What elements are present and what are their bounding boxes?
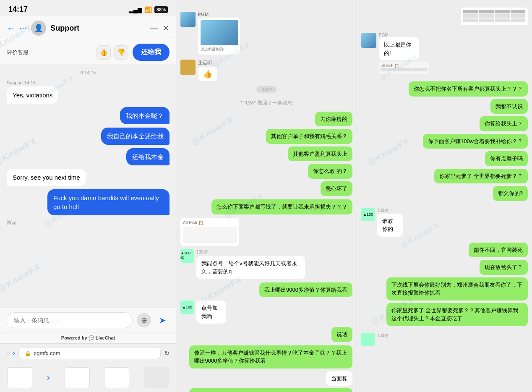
msg-text: 我自己的本金还给我 xyxy=(107,133,164,140)
pgm-image-msg: PGM 以上都是你的! xyxy=(180,12,352,55)
right-msgs-2: 我上哪出9000多净值？你算给我看 xyxy=(180,282,352,298)
msg-bubble-green: 说话 xyxy=(331,327,352,342)
cell xyxy=(412,68,428,71)
msg-row: Sorry, see you next time xyxy=(7,169,170,186)
url-bar[interactable]: 🔒 pgmfx.com xyxy=(18,347,161,359)
cell xyxy=(463,14,478,18)
minimize-button[interactable]: — xyxy=(150,24,158,33)
pgm-msg-right: 以上都是你的! xyxy=(379,37,419,60)
avatar-100-r: ▲100 xyxy=(361,208,375,221)
cell xyxy=(511,14,526,18)
rating-bar: 评价客服 👍 👎 还给我 xyxy=(0,40,176,64)
msg-bubble-green: 我上哪出9000多净值？你算给我看 xyxy=(259,282,352,298)
lock-icon: 🔒 xyxy=(25,350,31,356)
close-button[interactable]: ✕ xyxy=(162,23,170,33)
status-bar: 14:17 ▂▄▆ 📶 88% xyxy=(0,0,176,16)
user100-name-r: 100磅 xyxy=(377,208,409,214)
msg-row: 我的本金呢？ xyxy=(7,107,170,124)
thumbs-up-msg: 👍 xyxy=(198,67,217,81)
status-time: 14:17 xyxy=(8,5,28,14)
right-msgs-3: 说话 xyxy=(180,327,352,342)
table-mini xyxy=(381,68,428,71)
table-row-mini xyxy=(463,18,525,22)
msg-100-row: ▲100磅 100磅 我能点号，给个v号就能凤好几天或者永久，需要的q xyxy=(180,249,352,279)
attach-button[interactable]: ⊕ xyxy=(137,313,151,327)
msg-r9: 现在敌营头了？ xyxy=(480,260,528,275)
white-msgs-col: 怎么你下面客户都亏钱了，就要让我来承担损失？？？ xyxy=(180,199,352,214)
tab-thumbnail-3[interactable] xyxy=(104,367,129,388)
msg-bubble-green: 怎么你下面客户都亏钱了，就要让我来承担损失？？？ xyxy=(211,199,352,214)
msg-r3: 你算给我头上？ xyxy=(480,116,528,131)
mobile-chat-panel: 14:17 ▂▄▆ 📶 88% ← ··· 👤 Support — ✕ 评价客服… xyxy=(0,0,176,392)
msg-bubble-right: 我的本金呢？ xyxy=(120,107,170,124)
tab-thumbnail-2[interactable] xyxy=(65,367,90,388)
avatar-100: ▲100磅 xyxy=(180,249,194,263)
cell xyxy=(396,68,412,71)
bottom-100-avatar xyxy=(361,333,375,346)
wang-avatar xyxy=(180,60,196,75)
msg-text: Sorry, see you next time xyxy=(13,174,80,181)
return-button[interactable]: 还给我 xyxy=(133,44,170,61)
msg-bubble-green: 恶心坏了 xyxy=(321,181,352,196)
cell xyxy=(463,10,478,13)
back-button[interactable]: ← xyxy=(7,24,15,33)
chat-title: Support xyxy=(50,24,146,33)
input-area: ⊕ ➤ xyxy=(0,308,176,332)
msg-r4: 你下面客户赚100w合着要我补给你？？ xyxy=(423,134,528,149)
send-button[interactable]: ➤ xyxy=(155,313,170,327)
wifi-icon: 📶 xyxy=(145,6,152,13)
rating-label: 评价客服 xyxy=(7,49,92,56)
msg-r11: 你家里死爹了 全世界都要死爹？？其他客户赚钱算我这个代理头上？本金直接吃了 xyxy=(386,303,528,326)
wang-name: 王远明 xyxy=(198,60,217,66)
thumb-down-button[interactable]: 👎 xyxy=(114,45,128,60)
pgm-right-row: PGM 以上都是你的! All Rich 📋 xyxy=(361,33,528,74)
cell xyxy=(511,18,526,22)
all-rich-mini: All Rich 📋 xyxy=(379,62,429,74)
user-100-name: 100磅 xyxy=(196,249,332,255)
cell xyxy=(479,18,494,22)
browser-forward-button[interactable]: › xyxy=(13,349,15,358)
tab-forward-icon[interactable]: › xyxy=(47,372,50,383)
thumb-up-button[interactable]: 👍 xyxy=(96,45,111,60)
more-button[interactable]: ··· xyxy=(19,23,27,34)
card-label: All Rich 📋 xyxy=(183,220,237,225)
msg-r1: 你怎么不把你名下所有客户都算我头上？？？ xyxy=(409,81,528,97)
cell xyxy=(495,18,510,22)
avatar-100-2: ▲100 xyxy=(180,301,194,314)
livechat-logo: 💬 xyxy=(89,335,96,340)
msg-row: Support 14:16 Yes, violations xyxy=(7,80,170,104)
battery-indicator: 88% xyxy=(154,6,168,13)
thumbnail-image xyxy=(201,20,238,45)
msg-r7: 都欠你的? xyxy=(493,186,528,201)
tab-thumbnail-4 xyxy=(144,367,169,388)
msg-100-bubble: 我能点号，给个v号就能凤好几天或者永久，需要的q xyxy=(196,256,305,279)
msg-r2: 我都不认识 xyxy=(490,99,528,114)
browser-bar: ‹ › 🔒 pgmfx.com ↻ xyxy=(0,343,176,363)
msg-text: Fuck you damn bandits will eventually go… xyxy=(53,194,159,210)
msg-bubble-green: 去你麻痹的 xyxy=(315,112,352,127)
msg-100-white: 谁教你的 xyxy=(377,214,403,237)
right-green-msgs: 你怎么不把你名下所有客户都算我头上？？？ 我都不认识 你算给我头上？ 你下面客户… xyxy=(361,81,528,201)
message-input[interactable] xyxy=(7,312,133,328)
reload-button[interactable]: ↻ xyxy=(164,349,170,357)
messages-area: 3 14:15 Support 14:16 Yes, violations 我的… xyxy=(0,64,176,308)
msg-dangmian: 当面算 xyxy=(326,371,352,386)
msg-bubble-left: Yes, violations xyxy=(7,86,58,104)
msg-long: 傻逼一样，其他客户赚钱管我什么事情？吃了本金了就？？我上哪出9000多净值？你算… xyxy=(189,345,353,368)
cell xyxy=(495,10,510,13)
msg-r10: 下次线下展会你最好别去，郑州展会我朋友看你了，下次直接报警给你抓看 xyxy=(386,277,528,301)
pgm-avatar-right xyxy=(361,33,376,48)
pgm-name: PGM xyxy=(198,12,240,17)
msg-row: 还给我本金 xyxy=(7,148,170,165)
msg-bubble-green: 其他客户盈利算我头上 xyxy=(288,146,352,162)
tab-thumbnail-1[interactable] xyxy=(7,367,32,388)
msg-r5: 你有点脑子吗 xyxy=(485,151,528,166)
cell xyxy=(381,68,396,71)
chat-header: ← ··· 👤 Support — ✕ xyxy=(0,16,176,40)
cell xyxy=(511,10,526,13)
thumbnail-text: 以上都是你的! xyxy=(201,47,237,52)
green-msgs-col: 去你麻痹的 其他客户单子和我有鸡毛关系？ 其他客户盈利算我头上 你怎么敢 的？ … xyxy=(180,112,352,196)
msg-text: Yes, violations xyxy=(13,91,52,99)
pgm-avatar xyxy=(180,12,196,27)
url-text: pgmfx.com xyxy=(34,350,60,356)
